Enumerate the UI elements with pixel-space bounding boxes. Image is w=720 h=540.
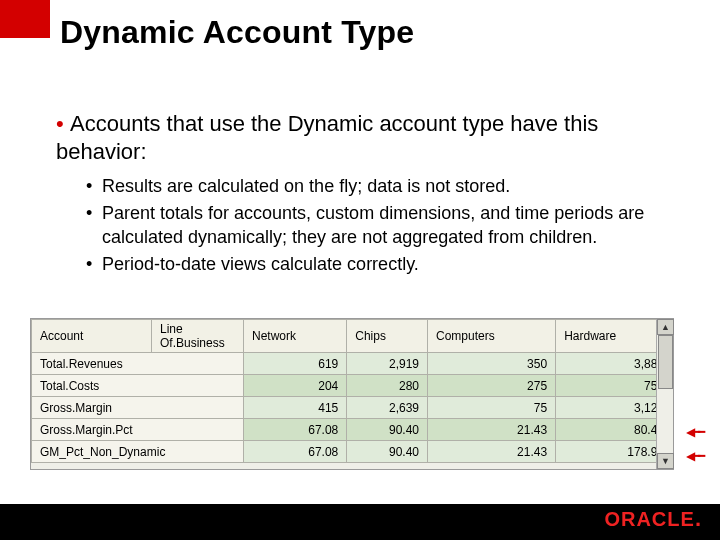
- data-cell: 280: [347, 375, 428, 397]
- data-cell: 619: [244, 353, 347, 375]
- grid-header-row: Account Line Of.Business Network Chips C…: [32, 320, 673, 353]
- acct-cell: Gross.Margin: [32, 397, 244, 419]
- grid-row: Total.Costs 204 280 275 759: [32, 375, 673, 397]
- data-cell: 90.40: [347, 419, 428, 441]
- col-head: Hardware: [556, 320, 673, 353]
- slide: Dynamic Account Type •Accounts that use …: [0, 0, 720, 540]
- footer-bar: ORACLE.: [0, 504, 720, 540]
- scroll-thumb[interactable]: [658, 335, 673, 389]
- slide-title: Dynamic Account Type: [60, 14, 414, 51]
- data-cell: 75: [428, 397, 556, 419]
- scroll-down-icon[interactable]: ▼: [657, 453, 674, 469]
- data-cell: 415: [244, 397, 347, 419]
- col-head: Network: [244, 320, 347, 353]
- col-lob: Line Of.Business: [152, 320, 244, 353]
- col-account: Account: [32, 320, 152, 353]
- data-cell: 350: [428, 353, 556, 375]
- oracle-dot-icon: .: [695, 506, 702, 531]
- slide-body: •Accounts that use the Dynamic account t…: [56, 110, 656, 281]
- grid-row: GM_Pct_Non_Dynamic 67.08 90.40 21.43 178…: [32, 441, 673, 463]
- oracle-logo-text: ORACLE: [604, 508, 694, 530]
- sub-bullet: Period-to-date views calculate correctly…: [86, 253, 656, 276]
- grid-row: Gross.Margin 415 2,639 75 3,129: [32, 397, 673, 419]
- sub-bullets: Results are calculated on the fly; data …: [86, 175, 656, 277]
- acct-cell: Total.Costs: [32, 375, 244, 397]
- data-cell: 21.43: [428, 441, 556, 463]
- callout-arrow-icon: ◀━━: [686, 425, 703, 439]
- scrollbar[interactable]: ▲ ▼: [656, 319, 673, 469]
- scroll-track[interactable]: [657, 335, 673, 453]
- data-cell: 2,639: [347, 397, 428, 419]
- grid-row: Gross.Margin.Pct 67.08 90.40 21.43 80.48: [32, 419, 673, 441]
- sub-bullet: Parent totals for accounts, custom dimen…: [86, 202, 656, 249]
- acct-cell: Total.Revenues: [32, 353, 244, 375]
- data-cell: 204: [244, 375, 347, 397]
- data-cell: 90.40: [347, 441, 428, 463]
- data-cell: 3,888: [556, 353, 673, 375]
- acct-cell: GM_Pct_Non_Dynamic: [32, 441, 244, 463]
- data-cell: 80.48: [556, 419, 673, 441]
- grid-row: Total.Revenues 619 2,919 350 3,888: [32, 353, 673, 375]
- data-cell: 759: [556, 375, 673, 397]
- col-head: Computers: [428, 320, 556, 353]
- data-cell: 2,919: [347, 353, 428, 375]
- grid-table: Account Line Of.Business Network Chips C…: [31, 319, 673, 463]
- sub-bullet: Results are calculated on the fly; data …: [86, 175, 656, 198]
- acct-cell: Gross.Margin.Pct: [32, 419, 244, 441]
- col-head: Chips: [347, 320, 428, 353]
- data-cell: 67.08: [244, 419, 347, 441]
- data-cell: 21.43: [428, 419, 556, 441]
- bullet-dot: •: [56, 110, 70, 138]
- scroll-up-icon[interactable]: ▲: [657, 319, 674, 335]
- data-cell: 3,129: [556, 397, 673, 419]
- data-cell: 178.91: [556, 441, 673, 463]
- bullet-main-text: Accounts that use the Dynamic account ty…: [56, 111, 598, 164]
- oracle-logo: ORACLE.: [604, 506, 702, 532]
- callout-arrow-icon: ◀━━: [686, 449, 703, 463]
- accent-block: [0, 0, 50, 38]
- data-grid: Account Line Of.Business Network Chips C…: [30, 318, 674, 470]
- data-cell: 67.08: [244, 441, 347, 463]
- bullet-main: •Accounts that use the Dynamic account t…: [56, 110, 656, 165]
- data-cell: 275: [428, 375, 556, 397]
